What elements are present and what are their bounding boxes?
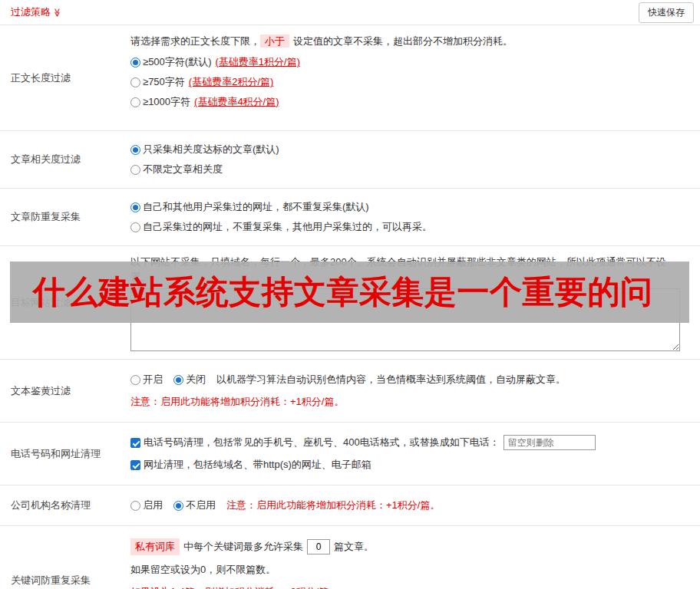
desc-text-prefix: 请选择需求的正文长度下限， (130, 35, 260, 47)
radio-icon[interactable] (130, 97, 140, 107)
keyword-note-1-4: 如果设为1-4篇，则增加积分消耗：+2积分/篇。 (130, 584, 692, 589)
url-cleanup-line: 网址清理，包括纯域名、带http(s)的网址、电子邮箱 (130, 457, 692, 472)
radio-option-relevance-strict[interactable]: 只采集相关度达标的文章(默认) (130, 143, 692, 156)
porn-filter-options-line: 开启 关闭 以机器学习算法自动识别色情内容，当色情概率达到系统阈值，自动屏蔽文章… (130, 372, 692, 387)
replacement-phone-input[interactable] (504, 435, 596, 450)
option-fee-note: (基础费率2积分/篇) (189, 75, 274, 89)
option-label: ≥1000字符 (143, 95, 190, 109)
phone-cleanup-line: 电话号码清理，包括常见的手机号、座机号、400电话格式，或替换成如下电话： (130, 435, 692, 450)
radio-option-1000-chars[interactable]: ≥1000字符 (基础费率4积分/篇) (130, 95, 692, 109)
radio-option-500-chars[interactable]: ≥500字符(默认) (基础费率1积分/篇) (130, 55, 692, 69)
company-cleanup-warning: 注意：启用此功能将增加积分消耗：+1积分/篇。 (226, 498, 440, 513)
checkbox-icon[interactable] (130, 460, 140, 470)
page-title-wrap[interactable]: 过滤策略≫ (11, 5, 62, 19)
radio-icon[interactable] (130, 222, 140, 232)
radio-option-porn-on[interactable]: 开启 (130, 372, 163, 387)
checkbox-icon[interactable] (130, 438, 140, 448)
radio-icon[interactable] (130, 165, 140, 175)
row-label-phone-url: 电话号码和网址清理 (0, 423, 130, 485)
option-label: ≥500字符(默认) (143, 55, 211, 69)
keyword-limit-suffix: 篇文章。 (334, 539, 374, 554)
porn-filter-desc: 以机器学习算法自动识别色情内容，当色情概率达到系统阈值，自动屏蔽文章。 (216, 372, 566, 387)
option-label: 只采集相关度达标的文章(默认) (143, 143, 279, 156)
radio-option-porn-off[interactable]: 关闭 (173, 372, 206, 387)
option-label: 不限定文章相关度 (143, 163, 223, 176)
checkbox-option-phone-cleanup[interactable]: 电话号码清理，包括常见的手机号、座机号、400电话格式，或替换成如下电话： (130, 435, 500, 450)
radio-option-company-on[interactable]: 启用 (130, 498, 163, 513)
option-label: 不启用 (186, 498, 216, 513)
radio-option-750-chars[interactable]: ≥750字符 (基础费率2积分/篇) (130, 75, 692, 89)
radio-icon[interactable] (130, 501, 140, 511)
radio-icon[interactable] (130, 145, 140, 155)
checkbox-option-url-cleanup[interactable]: 网址清理，包括纯域名、带http(s)的网址、电子邮箱 (130, 457, 371, 472)
keyword-limit-input[interactable] (307, 539, 330, 554)
row-phone-url-cleanup: 电话号码和网址清理 电话号码清理，包括常见的手机号、座机号、400电话格式，或替… (0, 423, 700, 485)
row-dedup-filter: 文章防重复采集 自己和其他用户采集过的网址，都不重复采集(默认) 自己采集过的网… (0, 189, 700, 246)
body-length-desc: 请选择需求的正文长度下限，小于设定值的文章不采集，超出部分不增加积分消耗。 (130, 34, 692, 49)
topbar: 过滤策略≫ 快速保存 (0, 0, 700, 25)
row-body-length-filter: 正文长度过滤 请选择需求的正文长度下限，小于设定值的文章不采集，超出部分不增加积… (0, 25, 700, 131)
row-label-porn-filter: 文本鉴黄过滤 (0, 360, 130, 422)
option-label: 电话号码清理，包括常见的手机号、座机号、400电话格式，或替换成如下电话： (144, 435, 500, 450)
radio-option-company-off[interactable]: 不启用 (173, 498, 216, 513)
row-label-relevance: 文章相关度过滤 (0, 131, 130, 188)
radio-option-relevance-any[interactable]: 不限定文章相关度 (130, 163, 692, 176)
porn-filter-warning: 注意：启用此功能将增加积分消耗：+1积分/篇。 (130, 394, 692, 410)
row-label-dedup: 文章防重复采集 (0, 189, 130, 245)
option-label: 启用 (143, 498, 163, 513)
radio-icon[interactable] (130, 77, 140, 87)
row-label-keyword-dedup: 关键词防重复采集 (0, 526, 130, 589)
keyword-limit-text: 中每个关键词最多允许采集 (183, 539, 303, 554)
option-label: 网址清理，包括纯域名、带http(s)的网址、电子邮箱 (144, 457, 371, 472)
private-lexicon-highlight: 私有词库 (130, 538, 180, 555)
row-relevance-filter: 文章相关度过滤 只采集相关度达标的文章(默认) 不限定文章相关度 (0, 131, 700, 189)
row-label-company: 公司机构名称清理 (0, 485, 130, 525)
desc-text-suffix: 设定值的文章不采集，超出部分不增加积分消耗。 (293, 35, 513, 47)
option-label: 自己和其他用户采集过的网址，都不重复采集(默认) (143, 200, 369, 214)
option-label: ≥750字符 (143, 75, 185, 89)
option-label: 自己采集过的网址，不重复采集，其他用户采集过的，可以再采。 (143, 220, 432, 234)
radio-option-dedup-all-users[interactable]: 自己和其他用户采集过的网址，都不重复采集(默认) (130, 200, 692, 214)
option-fee-note: (基础费率4积分/篇) (194, 95, 279, 109)
option-label: 关闭 (186, 372, 206, 387)
quick-save-button[interactable]: 快速保存 (639, 2, 694, 23)
watermark-overlay: 什么建站系统支持文章采集是一个重要的问 (10, 262, 689, 323)
company-cleanup-line: 启用 不启用 注意：启用此功能将增加积分消耗：+1积分/篇。 (130, 498, 692, 513)
desc-highlight-xiaoyu: 小于 (260, 35, 289, 48)
row-label-body-length: 正文长度过滤 (0, 25, 130, 130)
keyword-limit-line: 私有词库 中每个关键词最多允许采集 篇文章。 (130, 538, 692, 555)
row-porn-filter: 文本鉴黄过滤 开启 关闭 以机器学习算法自动识别色情内容，当色情概率达到系统阈值… (0, 360, 700, 423)
row-keyword-dedup: 关键词防重复采集 私有词库 中每个关键词最多允许采集 篇文章。 如果留空或设为0… (0, 526, 700, 589)
page-title: 过滤策略 (11, 6, 51, 18)
option-fee-note: (基础费率1积分/篇) (215, 55, 300, 69)
radio-icon[interactable] (130, 375, 140, 385)
radio-icon[interactable] (173, 375, 183, 385)
row-company-cleanup: 公司机构名称清理 启用 不启用 注意：启用此功能将增加积分消耗：+1积分/篇。 (0, 485, 700, 526)
option-label: 开启 (143, 372, 163, 387)
watermark-text: 什么建站系统支持文章采集是一个重要的问 (33, 271, 653, 314)
radio-option-dedup-self-only[interactable]: 自己采集过的网址，不重复采集，其他用户采集过的，可以再采。 (130, 220, 692, 234)
radio-icon[interactable] (173, 501, 183, 511)
chevron-down-icon: ≫ (52, 8, 62, 18)
radio-icon[interactable] (130, 58, 140, 67)
radio-icon[interactable] (130, 202, 140, 212)
keyword-note-empty: 如果留空或设为0，则不限篇数。 (130, 562, 692, 577)
